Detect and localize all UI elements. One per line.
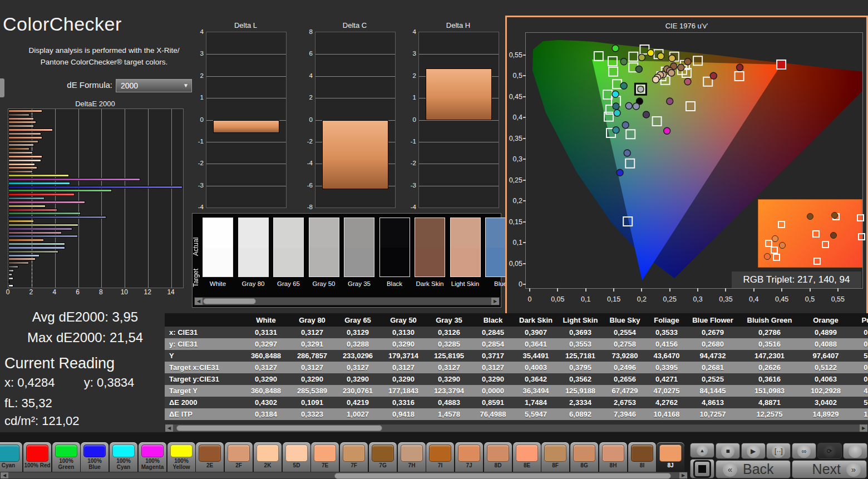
patch-color-chip bbox=[314, 445, 336, 462]
patch-button-8e[interactable]: 8E bbox=[513, 442, 541, 472]
patch-button-2k[interactable]: 2K bbox=[254, 442, 282, 472]
patch-button-8j[interactable]: 8J bbox=[657, 442, 684, 472]
patch-color-chip bbox=[602, 445, 624, 462]
measurement-table-grid: WhiteGray 80Gray 65Gray 50Gray 35BlackDa… bbox=[165, 313, 868, 420]
patch-label: 7I bbox=[426, 463, 454, 472]
deltae-bar bbox=[8, 250, 58, 253]
continuous-button[interactable]: ∞ bbox=[792, 443, 816, 459]
patch-label: 2K bbox=[254, 463, 282, 472]
patch-button-2e[interactable]: 2E bbox=[196, 442, 224, 472]
patch-button-8g[interactable]: 8G bbox=[570, 442, 598, 472]
record-button[interactable] bbox=[843, 443, 867, 459]
panel-up-button[interactable]: ▲ bbox=[690, 443, 714, 458]
current-xy-readout: x: 0,4284 y: 0,3834 bbox=[4, 376, 134, 390]
inset-target-square bbox=[857, 214, 864, 221]
toolbar-scroll-thumb[interactable] bbox=[334, 473, 671, 479]
x-tick-label: 2 bbox=[29, 288, 33, 296]
scroll-right-icon[interactable]: ▶ bbox=[679, 472, 687, 478]
patch-color-chip bbox=[228, 445, 250, 462]
play-button[interactable]: ▶ bbox=[741, 443, 766, 459]
x-tick-label: 10 bbox=[121, 288, 128, 296]
table-scrollbar[interactable]: ◀ ▶ bbox=[165, 424, 868, 432]
swatch-label: Gray 35 bbox=[339, 280, 379, 287]
measurement-dot bbox=[620, 58, 627, 65]
patch-button-100-yellow[interactable]: 100% Yellow bbox=[167, 442, 195, 472]
gridline bbox=[206, 142, 286, 142]
patch-button-8i[interactable]: 8I bbox=[628, 442, 656, 472]
table-row: Target y:CIE310,32900,32900,32900,32900,… bbox=[165, 373, 868, 385]
deltae-bar bbox=[8, 117, 34, 120]
table-cell: 35,4491 bbox=[514, 350, 558, 362]
column-header: Blue Flower bbox=[687, 313, 739, 327]
patch-button-100-magenta[interactable]: 100% Magenta bbox=[139, 442, 166, 472]
table-row: ΔE 20000,43020,10910,42190,33160,48830,8… bbox=[165, 397, 868, 408]
swatch-scroll-thumb[interactable] bbox=[203, 298, 256, 304]
table-cell: 1,7484 bbox=[514, 397, 558, 408]
de-formula-select[interactable]: 2000 ▼ bbox=[116, 79, 192, 92]
y-tick-label: -2 bbox=[402, 160, 416, 166]
stop-button[interactable]: ■ bbox=[716, 443, 740, 459]
scroll-right-icon[interactable]: ▶ bbox=[860, 424, 867, 432]
patch-button-8d[interactable]: 8D bbox=[484, 442, 512, 472]
patch-button-7e[interactable]: 7E bbox=[311, 442, 339, 472]
deltae-bar bbox=[8, 186, 183, 189]
patch-color-chip bbox=[631, 445, 653, 462]
patch-color-chip bbox=[285, 445, 308, 462]
scroll-right-icon[interactable]: ▶ bbox=[491, 298, 499, 305]
swatch-scrollbar[interactable]: ◀ ▶ bbox=[194, 297, 500, 305]
pattern-window-button[interactable] bbox=[690, 459, 714, 478]
scroll-left-icon[interactable]: ◀ bbox=[165, 424, 173, 432]
refresh-button[interactable]: ⟳ bbox=[817, 443, 842, 459]
swatch-target bbox=[380, 248, 410, 277]
patch-button-7i[interactable]: 7I bbox=[426, 442, 454, 472]
deltae-bar bbox=[8, 224, 78, 226]
next-button[interactable]: Next » bbox=[792, 460, 867, 478]
patch-label: 7H bbox=[398, 463, 426, 472]
measurement-dot bbox=[614, 110, 620, 116]
scroll-left-icon[interactable]: ◀ bbox=[195, 298, 203, 305]
patch-button-7h[interactable]: 7H bbox=[398, 442, 426, 472]
patch-button-7f[interactable]: 7F bbox=[340, 442, 368, 472]
patch-label: 7E bbox=[311, 463, 339, 472]
column-header: White bbox=[243, 313, 289, 327]
patch-button-5d[interactable]: 5D bbox=[283, 442, 310, 472]
swatch-actual bbox=[451, 218, 480, 248]
patch-button-100-red[interactable]: 100% Red bbox=[23, 442, 51, 472]
swatch-label: Gray 65 bbox=[269, 280, 308, 287]
description-line2: Pantone ColorChecker® target colors. bbox=[12, 56, 196, 68]
color-swatch bbox=[273, 218, 304, 277]
patch-button-8h[interactable]: 8H bbox=[599, 442, 627, 472]
scroll-left-icon[interactable]: ◀ bbox=[1, 472, 8, 478]
deltae-bar bbox=[8, 136, 42, 139]
y-tick bbox=[523, 159, 526, 160]
measurement-dot bbox=[633, 103, 639, 110]
table-cell: 0,4219 bbox=[335, 397, 381, 408]
table-cell: 1,4578 bbox=[426, 408, 472, 420]
table-scroll-thumb[interactable] bbox=[176, 425, 382, 431]
toolbar-scrollbar[interactable]: ◀ ▶ bbox=[0, 472, 688, 479]
patch-label: 8J bbox=[657, 463, 684, 472]
table-cell: 0,3127 bbox=[381, 362, 426, 373]
patch-button-100-cyan[interactable]: 100% Cyan bbox=[110, 442, 137, 472]
gridline bbox=[315, 98, 395, 98]
back-label: Back bbox=[743, 461, 774, 477]
y-tick-label: 2 bbox=[189, 72, 204, 79]
patch-button-2f[interactable]: 2F bbox=[225, 442, 253, 472]
table-cell: 151,0983 bbox=[739, 385, 800, 397]
patch-button-100-blue[interactable]: 100% Blue bbox=[81, 442, 108, 472]
y-tick-label: 6 bbox=[298, 50, 313, 57]
back-button[interactable]: « Back bbox=[716, 460, 791, 478]
measurement-dot bbox=[638, 54, 645, 61]
patch-color-chip bbox=[257, 445, 279, 462]
patch-button-100-green[interactable]: 100% Green bbox=[52, 442, 80, 472]
column-header: Gray 80 bbox=[289, 313, 335, 327]
patch-button-7j[interactable]: 7J bbox=[455, 442, 483, 472]
inset-target-square bbox=[771, 246, 778, 254]
patch-button-7g[interactable]: 7G bbox=[369, 442, 397, 472]
patch-button-8f[interactable]: 8F bbox=[541, 442, 569, 472]
patch-button-cyan[interactable]: Cyan bbox=[0, 442, 22, 472]
swatch-actual bbox=[274, 218, 303, 248]
single-measure-button[interactable]: [··] bbox=[766, 443, 791, 459]
y-tick-label: 0,55 bbox=[509, 51, 522, 59]
patch-label: 7G bbox=[369, 463, 397, 472]
